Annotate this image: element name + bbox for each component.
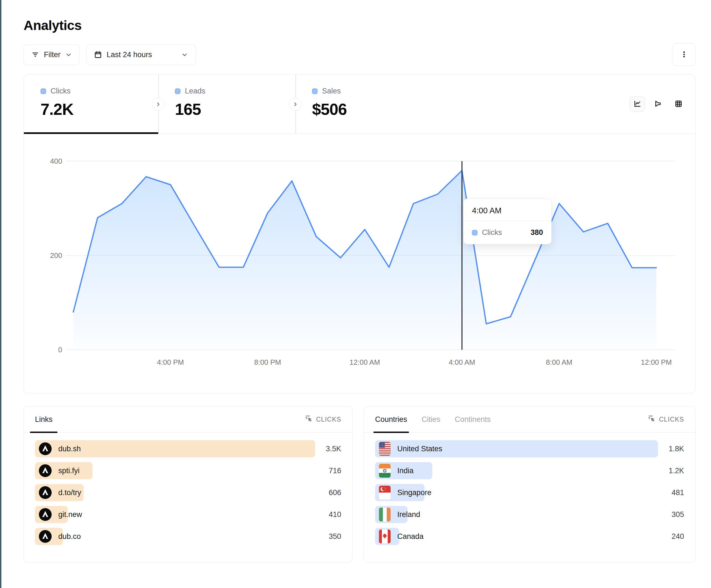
list-item[interactable]: dub.sh 3.5K [35, 440, 341, 457]
dub-logo-icon [39, 464, 52, 477]
svg-text:200: 200 [50, 251, 62, 259]
tab-continents[interactable]: Continents [455, 406, 491, 432]
row-value: 481 [672, 489, 684, 497]
links-rows: dub.sh 3.5K spti.fyi 716 d.to/try 606 gi… [24, 433, 352, 545]
clicks-tab-value: 7.2K [41, 100, 158, 118]
leads-tab-label: Leads [185, 87, 206, 95]
tooltip-value: 380 [531, 228, 543, 237]
tab-leads[interactable]: Leads 165 [158, 75, 295, 133]
tooltip-series-label: Clicks [482, 228, 502, 237]
row-value: 1.8K [669, 445, 684, 453]
flag-ie-icon [379, 507, 391, 521]
row-label: dub.sh [58, 445, 81, 453]
row-value: 240 [672, 532, 684, 541]
dub-logo-icon [39, 443, 52, 455]
row-value: 350 [329, 532, 341, 541]
svg-text:0: 0 [58, 345, 62, 354]
cursor-click-icon [305, 415, 313, 424]
date-range-label: Last 24 hours [107, 50, 152, 59]
svg-text:400: 400 [50, 157, 62, 165]
list-item[interactable]: dub.co 350 [35, 528, 341, 545]
filter-button-label: Filter [44, 50, 61, 59]
dub-logo-icon [39, 486, 52, 499]
expand-clicks-button[interactable] [152, 98, 165, 111]
row-label: git.new [58, 510, 82, 519]
list-item[interactable]: spti.fyi 716 [35, 462, 341, 479]
svg-text:12:00 PM: 12:00 PM [641, 358, 672, 366]
svg-text:8:00 AM: 8:00 AM [546, 358, 572, 366]
detail-panels: Links CLICKS dub.sh 3.5K spti.fyi 716 [24, 406, 695, 563]
row-label: United States [397, 445, 442, 453]
links-metric-label: CLICKS [316, 416, 341, 423]
row-label: d.to/try [58, 489, 81, 497]
list-item[interactable]: d.to/try 606 [35, 484, 341, 501]
table-view-button[interactable] [671, 96, 686, 112]
chevron-down-icon [65, 51, 72, 58]
funnel-icon [654, 99, 662, 109]
tab-clicks[interactable]: Clicks 7.2K [24, 75, 158, 133]
row-value: 1.2K [669, 467, 684, 475]
countries-metric[interactable]: CLICKS [648, 415, 684, 424]
calendar-icon [94, 50, 102, 59]
expand-leads-button[interactable] [289, 98, 302, 111]
tab-countries[interactable]: Countries [375, 406, 407, 432]
dub-logo-icon [39, 508, 52, 521]
clicks-tab-label: Clicks [50, 87, 70, 95]
list-item[interactable]: Singapore 481 [375, 484, 684, 501]
tooltip-time: 4:00 AM [464, 199, 552, 221]
page-title: Analytics [24, 18, 695, 33]
countries-metric-label: CLICKS [659, 416, 684, 423]
dub-logo-icon [39, 530, 52, 543]
sales-tab-label: Sales [322, 87, 341, 95]
row-value: 716 [329, 467, 341, 475]
clicks-chart-plot[interactable]: 02004004:00 PM8:00 PM12:00 AM4:00 AM8:00… [24, 134, 695, 392]
countries-panel-header: Countries Cities Continents CLICKS [364, 406, 695, 433]
list-item[interactable]: git.new 410 [35, 506, 341, 523]
row-label: spti.fyi [58, 467, 80, 475]
line-chart-view-button[interactable] [630, 96, 645, 112]
svg-text:4:00 PM: 4:00 PM [157, 358, 184, 366]
funnel-view-button[interactable] [650, 96, 666, 112]
row-label: Canada [397, 532, 424, 541]
toolbar: Filter Last 24 hours [24, 43, 695, 66]
countries-panel: Countries Cities Continents CLICKS Unite… [364, 406, 695, 563]
clicks-legend-square-icon [41, 89, 46, 94]
chart-view-toggles [630, 96, 686, 112]
clicks-area-chart[interactable]: 02004004:00 PM8:00 PM12:00 AM4:00 AM8:00… [24, 134, 696, 392]
list-item[interactable]: Ireland 305 [375, 506, 684, 523]
links-metric[interactable]: CLICKS [305, 415, 341, 424]
svg-text:4:00 AM: 4:00 AM [449, 358, 475, 366]
window-edge-strip [0, 0, 1, 588]
tab-cities[interactable]: Cities [422, 406, 440, 432]
more-options-button[interactable] [673, 43, 695, 66]
chevron-down-icon [181, 51, 188, 58]
leads-legend-square-icon [175, 89, 180, 94]
cursor-click-icon [648, 415, 656, 424]
filter-icon [31, 50, 39, 59]
links-panel-header: Links CLICKS [24, 406, 352, 433]
kebab-vertical-icon [680, 50, 688, 59]
list-item[interactable]: India 1.2K [375, 462, 684, 479]
chart-tooltip: 4:00 AM Clicks 380 [464, 199, 552, 244]
list-item[interactable]: United States 1.8K [375, 440, 684, 457]
leads-tab-value: 165 [175, 100, 295, 118]
tab-links[interactable]: Links [35, 406, 52, 432]
row-value: 410 [329, 510, 341, 519]
flag-in-icon [379, 464, 391, 478]
row-label: Singapore [397, 489, 431, 497]
row-value: 305 [672, 510, 684, 519]
row-value: 3.5K [326, 445, 341, 453]
flag-ca-icon [379, 529, 391, 543]
countries-rows: United States 1.8K India 1.2K Singapore … [364, 433, 695, 545]
svg-text:8:00 PM: 8:00 PM [254, 358, 281, 366]
date-range-button[interactable]: Last 24 hours [86, 44, 196, 65]
sales-legend-square-icon [312, 89, 318, 94]
flag-sg-icon [379, 485, 391, 499]
row-value: 606 [329, 489, 341, 497]
list-item[interactable]: Canada 240 [375, 528, 684, 545]
line-chart-icon [633, 99, 642, 109]
svg-text:12:00 AM: 12:00 AM [349, 358, 380, 366]
filter-button[interactable]: Filter [24, 44, 80, 65]
grid-icon [674, 99, 683, 109]
analytics-page: Analytics Filter Last 24 hours [24, 0, 695, 563]
